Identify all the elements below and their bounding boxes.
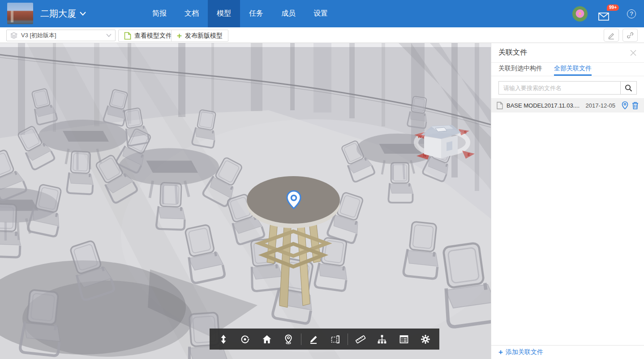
pan-vertical-icon [219,334,228,344]
chevron-down-icon [80,12,86,16]
tab-model[interactable]: 模型 [208,0,240,27]
panel-title: 关联文件 [498,48,630,57]
tab-briefing[interactable]: 简报 [143,0,176,27]
search-icon [625,84,632,92]
delete-file-button[interactable] [632,102,639,109]
version-toolbar: V3 [初始版本] 查看模型文件 + 发布新版模型 [0,27,644,43]
tab-all-linked-files[interactable]: 全部关联文件 [554,63,592,76]
view-model-file-button[interactable]: 查看模型文件 [118,30,178,42]
pan-vertical-button[interactable] [214,329,233,350]
publish-new-version-button[interactable]: + 发布新版模型 [171,30,228,42]
properties-list-icon [399,334,409,344]
project-switcher[interactable]: 二期大厦 [40,0,86,27]
viewer-toolbar [210,329,439,350]
trash-icon [632,102,639,109]
plus-icon: + [177,31,182,40]
tab-settings[interactable]: 设置 [305,0,337,27]
viewer-settings-button[interactable] [416,329,435,350]
tab-tasks[interactable]: 任务 [240,0,272,27]
file-date: 2017-12-05 [586,102,616,109]
document-icon [497,102,503,109]
link-icon [626,31,634,39]
linked-files-panel: 关联文件 关联到选中构件 全部关联文件 [491,43,644,359]
chevron-down-icon [106,34,112,37]
help-glyph: ? [630,10,633,17]
compass-e: E [468,152,470,157]
search-button[interactable] [620,82,636,94]
unread-count-badge: 99+ [607,4,619,11]
close-icon [630,49,637,56]
model-viewport[interactable]: W S N E [0,43,491,359]
annotate-tool-button[interactable] [304,329,323,350]
model-version-select[interactable]: V3 [初始版本] [6,30,116,41]
main-nav: 简报 文档 模型 任务 成员 设置 [143,0,337,27]
file-name: BASE MODEL2017.11.03.... [507,102,582,109]
pin-icon [622,101,628,109]
version-label: V3 [初始版本] [21,31,103,39]
help-button[interactable]: ? [627,9,636,18]
gear-icon [421,334,430,344]
top-navbar: 二期大厦 简报 文档 模型 任务 成员 设置 99+ ? [0,0,644,27]
section-box-icon [331,334,340,344]
annotate-model-button[interactable] [604,29,619,42]
panel-tabs: 关联到选中构件 全部关联文件 [491,63,644,76]
tab-members[interactable]: 成员 [272,0,305,27]
add-linked-file-button[interactable]: + 添加关联文件 [491,345,644,359]
tab-documents[interactable]: 文档 [176,0,208,27]
file-search [498,81,637,95]
home-view-button[interactable] [258,329,276,350]
mail-icon [598,13,609,21]
plus-icon: + [498,348,503,357]
locate-in-model-button[interactable] [622,101,628,109]
home-icon [262,334,272,344]
properties-list-button[interactable] [395,329,413,350]
file-search-input[interactable] [499,82,620,94]
pencil-icon [607,31,615,39]
structure-tree-icon [377,334,387,344]
orbit-icon [240,334,250,344]
user-avatar[interactable] [572,6,588,22]
panel-header: 关联文件 [491,43,644,63]
orbit-button[interactable] [236,329,254,350]
compass-s: S [464,130,467,134]
placemark-icon [283,334,293,344]
project-name: 二期大厦 [40,8,76,20]
placemark-tool-button[interactable] [279,329,298,350]
annotate-pencil-icon [309,334,318,344]
layers-icon [10,32,17,39]
version-toolbar-actions [604,29,638,42]
model-file-icon [124,32,131,40]
project-logo[interactable] [7,3,33,24]
toolbar-separator [348,333,348,345]
app-window: 二期大厦 简报 文档 模型 任务 成员 设置 99+ ? [0,0,644,359]
measure-ruler-icon [355,334,366,344]
link-files-button[interactable] [623,29,638,42]
structure-tree-button[interactable] [373,329,391,350]
model-scene: W S N E [0,43,491,359]
close-panel-button[interactable] [630,49,637,56]
navbar-right: 99+ ? [572,0,636,27]
tab-linked-to-selected[interactable]: 关联到选中构件 [498,63,542,76]
file-row[interactable]: BASE MODEL2017.11.03.... 2017-12-05 [491,98,644,112]
toolbar-separator [301,333,301,345]
measure-button[interactable] [351,329,370,350]
section-box-button[interactable] [326,329,345,350]
compass-w: W [418,134,422,139]
messages-button[interactable]: 99+ [598,6,616,22]
